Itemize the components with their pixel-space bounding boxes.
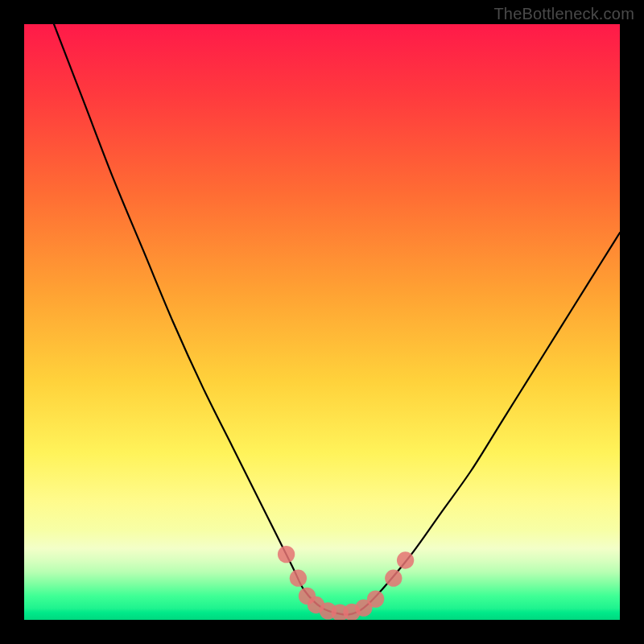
plot-gradient-background	[24, 24, 620, 620]
watermark-text: TheBottleneck.com	[493, 5, 634, 23]
chart-frame: TheBottleneck.com	[0, 0, 644, 644]
plot-green-baseline	[24, 609, 620, 620]
